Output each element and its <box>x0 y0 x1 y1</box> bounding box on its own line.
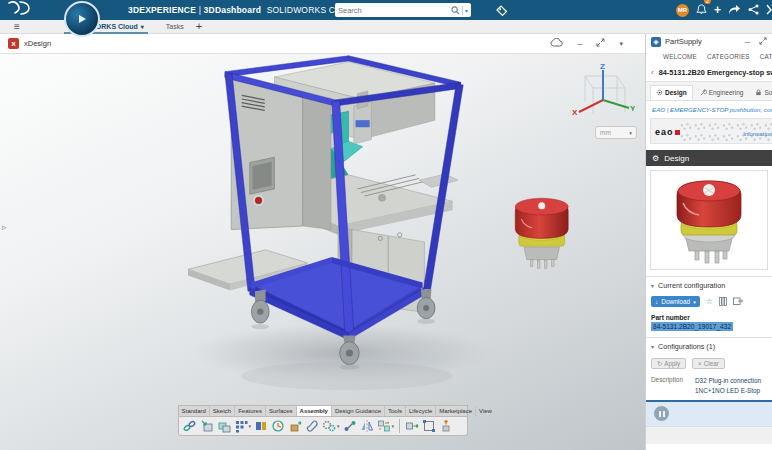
exploded-view-icon[interactable] <box>439 419 453 433</box>
mechanism-caret-icon[interactable]: ▾ <box>337 423 340 429</box>
minimize-widget-icon[interactable]: – <box>577 39 582 49</box>
axis-triad[interactable]: Z X Y <box>571 62 635 128</box>
kinematic-joint-icon[interactable] <box>343 419 357 433</box>
nav-welcome[interactable]: WELCOME <box>663 53 697 60</box>
cloud-sync-icon[interactable] <box>550 38 563 49</box>
tag-icon[interactable] <box>496 3 508 21</box>
ribbon-tab-features[interactable]: Features <box>235 406 266 416</box>
search-input[interactable] <box>338 6 451 15</box>
3ds-logo[interactable] <box>6 0 32 20</box>
section-chevron-icon: ▾ <box>651 282 654 289</box>
mate-icon[interactable] <box>254 419 268 433</box>
global-search[interactable]: ▾ <box>335 3 471 17</box>
tab-design[interactable]: Design <box>650 85 693 100</box>
design-gear-icon <box>656 89 663 96</box>
section-box-icon[interactable] <box>422 419 436 433</box>
banner-caption: Information a <box>743 131 772 137</box>
menu-hamburger-icon[interactable]: ≡ <box>14 22 20 32</box>
ribbon-tab-assembly[interactable]: Assembly <box>297 406 332 416</box>
copy-component-icon[interactable] <box>217 419 231 433</box>
ribbon-tab-marketplace[interactable]: Marketplace <box>436 406 476 416</box>
back-chevron-icon[interactable]: ‹ <box>651 68 654 77</box>
apply-button[interactable]: ↻ Apply <box>651 358 686 369</box>
config-actions: ↻ Apply × Clear <box>646 353 772 372</box>
add-content-icon[interactable]: + <box>714 4 721 16</box>
avatar[interactable]: MR <box>676 4 689 17</box>
clear-button[interactable]: × Clear <box>692 358 725 369</box>
lock-icon <box>755 89 762 96</box>
search-scope-chevron-icon[interactable]: ▾ <box>465 7 468 14</box>
pattern-caret-icon[interactable]: ▾ <box>249 423 252 429</box>
export-component-icon[interactable] <box>405 419 419 433</box>
eao-logo: eao <box>655 127 680 137</box>
nav-catalogs[interactable]: CATALOGS <box>760 53 772 60</box>
share-network-icon[interactable] <box>748 1 759 19</box>
cad-model-assembly-cart[interactable] <box>0 54 645 450</box>
ribbon-tab-lifecycle[interactable]: Lifecycle <box>406 406 436 416</box>
part-number-value[interactable]: 84-5131.2B20_19017_432 <box>651 322 733 331</box>
expand-widget-icon[interactable] <box>596 38 605 49</box>
send-to-app-icon[interactable] <box>733 297 743 306</box>
xdesign-app-bar: x xDesign – ▾ <box>0 34 645 53</box>
part-detail-tabs: Design Engineering Sourcing <box>646 82 772 101</box>
estop-component-preview[interactable] <box>515 198 568 268</box>
configuration-row-selected[interactable] <box>646 402 772 426</box>
download-button[interactable]: ↓ Download ▾ <box>651 296 700 307</box>
widget-menu-chevron-icon[interactable]: ▾ <box>619 40 623 48</box>
triad-z-label: Z <box>600 62 605 71</box>
assembly-toolbar: ▾ ▾ ▾ <box>178 416 468 436</box>
add-tab-button[interactable]: + <box>196 21 202 32</box>
ribbon-tab-surfaces[interactable]: Surfaces <box>266 406 297 416</box>
triad-x-label: X <box>572 108 578 117</box>
minimize-panel-icon[interactable]: – <box>745 37 750 47</box>
attach-paperclip-icon[interactable] <box>305 419 319 433</box>
tab-sourcing[interactable]: Sourcing <box>750 85 772 100</box>
current-configuration-header[interactable]: ▾ Current configuration <box>646 276 772 292</box>
description-values: D32 Plug-in connection 1NC+1NO LED E-Sto… <box>695 376 761 397</box>
mate-status-icon[interactable] <box>271 419 285 433</box>
supplier-banner[interactable]: eao Information a <box>650 118 772 144</box>
smart-mate-icon[interactable] <box>183 419 197 433</box>
ribbon-tab-sketch[interactable]: Sketch <box>210 406 235 416</box>
eao-logo-square <box>675 130 680 135</box>
topbar-actions: MR 2 + <box>676 0 770 20</box>
3dexperience-window: 3DEXPERIENCE | 3DDashboard SOLIDWORKS Cl… <box>0 0 772 450</box>
insert-component-icon[interactable] <box>200 419 214 433</box>
configurations-header[interactable]: ▾ Configurations (1) <box>646 337 772 353</box>
mirror-components-icon[interactable] <box>360 419 374 433</box>
tab-tasks[interactable]: Tasks <box>166 23 184 30</box>
notifications-bell-icon[interactable]: 2 <box>696 1 707 19</box>
ribbon-tab-bar: Standard Sketch Features Surfaces Assemb… <box>178 405 468 416</box>
part-preview-image[interactable] <box>650 170 768 270</box>
tree-panel-expander[interactable]: ▹ <box>2 222 7 232</box>
ribbon-tab-standard[interactable]: Standard <box>179 406 210 416</box>
replace-component-icon[interactable]: ▾ <box>377 419 395 433</box>
share-arrow-icon[interactable] <box>728 1 741 19</box>
mechanism-gears-icon[interactable]: ▾ <box>322 419 340 433</box>
clipped-edge-icon[interactable] <box>766 1 772 19</box>
design-section-bar: ⚙ Design <box>646 150 772 166</box>
config-thumbnail-pause-icon <box>654 406 669 421</box>
ribbon-tab-tools[interactable]: Tools <box>385 406 406 416</box>
compare-columns-icon[interactable] <box>719 297 727 306</box>
toolbar-divider <box>399 419 400 433</box>
partsupply-controls: – <box>745 37 767 47</box>
replace-caret-icon[interactable]: ▾ <box>392 423 395 429</box>
move-component-icon[interactable] <box>288 419 302 433</box>
3d-viewport[interactable]: Z X Y mm ▾ ▹ Standard Sketch Features Su… <box>0 53 645 450</box>
xdesign-app-icon: x <box>8 38 19 49</box>
compass-play-badge[interactable] <box>64 1 100 37</box>
nav-categories[interactable]: CATEGORIES <box>707 53 750 60</box>
pattern-component-icon[interactable]: ▾ <box>234 419 252 433</box>
top-bar: 3DEXPERIENCE | 3DDashboard SOLIDWORKS Cl… <box>0 0 772 20</box>
tab-chevron-icon[interactable]: ▾ <box>141 23 144 30</box>
favorite-star-icon[interactable]: ☆ <box>706 297 713 306</box>
ribbon-tab-design-guidance[interactable]: Design Guidance <box>332 406 385 416</box>
ribbon-tab-view[interactable]: View <box>476 406 495 416</box>
tab-engineering[interactable]: Engineering <box>695 85 749 100</box>
expand-panel-icon[interactable] <box>759 37 767 47</box>
partsupply-app-icon: ◈ <box>651 37 661 47</box>
units-dropdown[interactable]: mm ▾ <box>595 126 637 139</box>
supplier-link[interactable]: EAO | EMERGENCY-STOP pushbutton, complet… <box>646 101 772 117</box>
search-icon[interactable] <box>451 1 460 19</box>
